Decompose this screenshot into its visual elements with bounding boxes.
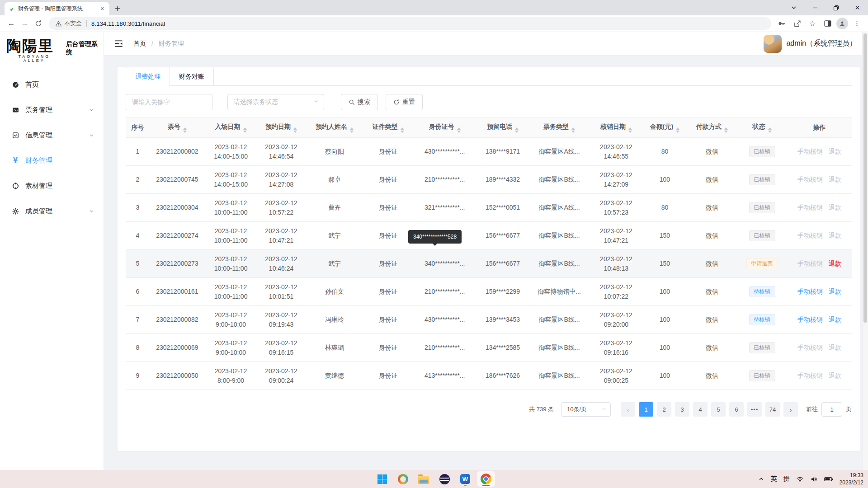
- sidebar-item-material[interactable]: 素材管理: [0, 173, 104, 198]
- refund-link[interactable]: 退款: [829, 288, 841, 295]
- sort-carets-icon[interactable]: [243, 127, 247, 133]
- manual-verify-link[interactable]: 手动核销: [797, 232, 823, 239]
- refund-link[interactable]: 退款: [829, 372, 841, 379]
- side-panel-icon[interactable]: [821, 17, 835, 30]
- pager-page-button[interactable]: 6: [729, 402, 744, 417]
- manual-verify-link[interactable]: 手动核销: [797, 176, 823, 183]
- manual-verify-link[interactable]: 手动核销: [797, 344, 823, 351]
- share-icon[interactable]: [790, 17, 804, 30]
- sidebar-item-home[interactable]: 首页: [0, 72, 104, 97]
- battery-icon[interactable]: [824, 476, 833, 482]
- browser-menu-icon[interactable]: [850, 17, 863, 30]
- sort-carets-icon[interactable]: [628, 127, 632, 133]
- volume-icon[interactable]: [810, 475, 818, 483]
- sort-carets-icon[interactable]: [571, 127, 575, 133]
- refund-link[interactable]: 退款: [829, 344, 841, 351]
- taskbar-word[interactable]: W: [456, 471, 474, 487]
- refund-link[interactable]: 退款: [829, 148, 841, 155]
- sort-carets-icon[interactable]: [676, 127, 679, 133]
- refund-link[interactable]: 退款: [829, 204, 841, 211]
- pager-page-button[interactable]: 74: [765, 402, 780, 417]
- column-header-id_number[interactable]: 身份证号: [413, 118, 476, 138]
- next-page-button[interactable]: ›: [783, 402, 798, 417]
- cell-id-number[interactable]: 321**********...: [413, 194, 476, 222]
- new-tab-button[interactable]: +: [115, 4, 120, 13]
- sort-carets-icon[interactable]: [724, 127, 728, 133]
- tab-refund[interactable]: 退费处理: [126, 67, 170, 85]
- keyword-input[interactable]: [126, 94, 212, 110]
- wifi-icon[interactable]: [796, 475, 804, 483]
- column-header-ticket_no[interactable]: 票号: [150, 118, 205, 138]
- restore-button[interactable]: [826, 0, 847, 15]
- url-bar[interactable]: 不安全 8.134.11.180:3011/financial: [49, 17, 771, 30]
- manual-verify-link[interactable]: 手动核销: [797, 372, 823, 379]
- ime-lang-pinyin[interactable]: 拼: [783, 475, 790, 483]
- manual-verify-link[interactable]: 手动核销: [797, 204, 823, 211]
- sidebar-item-member[interactable]: 成员管理: [0, 198, 104, 224]
- manual-verify-link[interactable]: 手动核销: [797, 316, 823, 323]
- refund-link[interactable]: 退款: [829, 232, 841, 239]
- page-size-select[interactable]: 10条/页: [561, 402, 611, 417]
- password-key-icon[interactable]: [775, 17, 788, 30]
- sidebar-item-ticket[interactable]: 票务管理: [0, 97, 104, 122]
- sort-carets-icon[interactable]: [768, 127, 772, 133]
- scrollbar-thumb[interactable]: [863, 33, 867, 323]
- bookmark-star-icon[interactable]: ☆: [806, 17, 819, 30]
- refund-link[interactable]: 退款: [829, 316, 841, 323]
- status-select[interactable]: 请选择票务状态: [227, 94, 324, 110]
- sort-carets-icon[interactable]: [293, 127, 297, 133]
- security-label[interactable]: 不安全: [64, 19, 82, 28]
- column-header-entry_date[interactable]: 入场日期: [205, 118, 257, 138]
- taskbar-navicat[interactable]: [394, 471, 412, 487]
- reload-button[interactable]: [32, 17, 45, 30]
- sort-carets-icon[interactable]: [515, 127, 519, 133]
- tray-expand-icon[interactable]: [758, 476, 764, 482]
- column-header-amount[interactable]: 金额(元): [643, 118, 687, 138]
- pager-page-button[interactable]: 5: [711, 402, 726, 417]
- cell-id-number[interactable]: 210**********...: [413, 334, 476, 362]
- cell-id-number[interactable]: 210**********...: [413, 278, 476, 306]
- sort-carets-icon[interactable]: [183, 127, 187, 133]
- taskbar-chrome[interactable]: [477, 471, 495, 487]
- sort-carets-icon[interactable]: [401, 127, 404, 133]
- breadcrumb-home[interactable]: 首页: [133, 40, 146, 47]
- close-button[interactable]: ×: [847, 0, 868, 15]
- ime-lang-en[interactable]: 英: [771, 475, 777, 483]
- manual-verify-link[interactable]: 手动核销: [797, 288, 823, 295]
- browser-profile-icon[interactable]: [836, 18, 848, 29]
- column-header-phone[interactable]: 预留电话: [476, 118, 529, 138]
- refund-link[interactable]: 退款: [829, 260, 841, 267]
- sidebar-item-info[interactable]: 信息管理: [0, 122, 104, 148]
- column-header-verify_date[interactable]: 核销日期: [590, 118, 643, 138]
- column-header-name[interactable]: 预约人姓名: [306, 118, 363, 138]
- pager-page-button[interactable]: 3: [675, 402, 689, 417]
- column-header-status[interactable]: 状态: [737, 118, 787, 138]
- system-clock[interactable]: 19:33 2023/2/12: [840, 472, 863, 486]
- column-header-booking_date[interactable]: 预约日期: [257, 118, 306, 138]
- taskbar-eclipse[interactable]: [435, 471, 453, 487]
- sort-carets-icon[interactable]: [350, 127, 354, 133]
- goto-page-input[interactable]: [821, 402, 842, 417]
- url-text[interactable]: 8.134.11.180:3011/financial: [91, 20, 165, 27]
- column-header-id_type[interactable]: 证件类型: [363, 118, 413, 138]
- column-header-payment[interactable]: 付款方式: [687, 118, 737, 138]
- window-menu-icon[interactable]: [783, 0, 804, 15]
- reset-button[interactable]: 重置: [386, 94, 423, 110]
- manual-verify-link[interactable]: 手动核销: [797, 148, 823, 155]
- cell-id-number[interactable]: 430**********...: [413, 138, 476, 166]
- user-menu[interactable]: admin（系统管理员）: [764, 35, 857, 53]
- page-scrollbar[interactable]: [862, 32, 868, 470]
- prev-page-button[interactable]: ‹: [621, 402, 635, 417]
- cell-id-number[interactable]: 430**********...: [413, 306, 476, 334]
- manual-verify-link[interactable]: 手动核销: [797, 260, 823, 267]
- column-header-ticket_type[interactable]: 票务类型: [529, 118, 590, 138]
- collapse-menu-icon[interactable]: [114, 39, 123, 48]
- cell-id-number[interactable]: 210**********...: [413, 166, 476, 194]
- refund-link[interactable]: 退款: [829, 176, 841, 183]
- search-button[interactable]: 搜索: [341, 94, 378, 110]
- taskbar-explorer[interactable]: [415, 471, 433, 487]
- tab-reconcile[interactable]: 财务对账: [170, 67, 213, 85]
- tab-close-icon[interactable]: ×: [99, 5, 106, 12]
- pager-page-button[interactable]: 4: [693, 402, 708, 417]
- minimize-button[interactable]: [804, 0, 826, 15]
